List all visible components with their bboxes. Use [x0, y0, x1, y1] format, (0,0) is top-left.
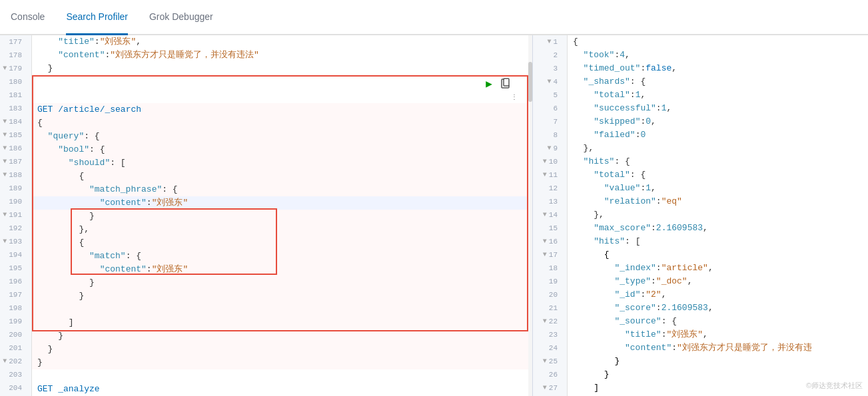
ln-196: 196 — [0, 275, 26, 288]
result-line-23: "title" : "刘强东", — [568, 328, 868, 341]
action-icons: ▶ ⋮ — [486, 77, 512, 93]
result-line-19: "_type" : "_doc", — [568, 275, 868, 288]
rln-14: ▼14 — [533, 208, 562, 222]
code-line-180 — [32, 75, 532, 89]
result-line-14: }, — [568, 208, 868, 222]
result-line-7: "skipped" : 0, — [568, 115, 868, 128]
ln-180: 180 — [0, 75, 26, 89]
ln-191: ▼191 — [0, 208, 26, 222]
code-line-194: "match": { — [32, 250, 532, 263]
code-line-203 — [32, 369, 532, 383]
code-line-185: "query": { — [32, 130, 532, 143]
result-line-1: { — [568, 35, 868, 49]
main-content: 177 178 ▼179 180 181 183 ▼184 ▼185 ▼186 … — [0, 35, 868, 396]
code-line-181 — [32, 89, 532, 102]
ln-181: 181 — [0, 89, 26, 102]
code-line-193: { — [32, 236, 532, 250]
rln-17: ▼17 — [533, 248, 562, 262]
rln-13: 13 — [533, 195, 562, 208]
code-line-179: } — [32, 62, 532, 75]
line-numbers: 177 178 ▼179 180 181 183 ▼184 ▼185 ▼186 … — [0, 35, 32, 396]
copy-as-curl-button[interactable] — [500, 77, 512, 93]
result-line-21: "_score" : 2.1609583, — [568, 301, 868, 315]
result-line-8: "failed" : 0 — [568, 128, 868, 142]
ln-201: 201 — [0, 341, 26, 355]
watermark: ©师达竞技术社区 — [806, 381, 863, 391]
scrollbar-track[interactable] — [528, 35, 532, 396]
rln-16: ▼16 — [533, 235, 562, 248]
result-line-10: "hits" : { — [568, 155, 868, 168]
ln-193: ▼193 — [0, 235, 26, 248]
code-line-200: } — [32, 329, 532, 343]
code-line-204: GET _analyze — [32, 383, 532, 396]
code-line-187: "should": [ — [32, 156, 532, 170]
rln-4: ▼4 — [533, 75, 562, 89]
result-line-6: "successful" : 1, — [568, 102, 868, 115]
code-line-197: } — [32, 290, 532, 303]
rln-12: 12 — [533, 182, 562, 195]
editor-panel: 177 178 ▼179 180 181 183 ▼184 ▼185 ▼186 … — [0, 35, 533, 396]
rln-3: 3 — [533, 62, 562, 75]
ln-192: 192 — [0, 222, 26, 235]
run-button[interactable]: ▶ — [486, 77, 492, 93]
rln-27: ▼27 — [533, 381, 562, 395]
scrollbar-thumb[interactable] — [528, 62, 532, 102]
ln-199: 199 — [0, 315, 26, 328]
rln-5: 5 — [533, 89, 562, 102]
result-line-9: }, — [568, 142, 868, 155]
ln-178: 178 — [0, 49, 26, 62]
rln-1: ▼1 — [533, 35, 562, 49]
ln-185: ▼185 — [0, 128, 26, 142]
ln-194: 194 — [0, 248, 26, 262]
rln-21: 21 — [533, 301, 562, 315]
code-line-186: "bool": { — [32, 143, 532, 156]
ln-195: 195 — [0, 262, 26, 275]
tab-grok-debugger[interactable]: Grok Debugger — [149, 0, 213, 35]
code-line-191: } — [32, 210, 532, 223]
more-options: ⋮ — [511, 93, 518, 101]
result-line-2: "took" : 4, — [568, 49, 868, 62]
code-line-189: "match_phrase": { — [32, 183, 532, 196]
ln-183: 183 — [0, 102, 26, 115]
code-line-196: } — [32, 276, 532, 290]
result-line-12: "value" : 1, — [568, 182, 868, 195]
code-line-199: ] — [32, 316, 532, 329]
result-line-15: "max_score" : 2.1609583, — [568, 222, 868, 235]
rln-23: 23 — [533, 328, 562, 341]
ln-203: 203 — [0, 368, 26, 381]
result-line-4: "_shards" : { — [568, 75, 868, 89]
tab-search-profiler[interactable]: Search Profiler — [66, 0, 128, 35]
code-line-201: } — [32, 343, 532, 356]
code-line-183: GET /article/_search — [32, 103, 532, 116]
ln-179: ▼179 — [0, 62, 26, 75]
ln-190: 190 — [0, 195, 26, 208]
result-line-25: } — [568, 355, 868, 368]
rln-15: 15 — [533, 222, 562, 235]
ln-200: 200 — [0, 328, 26, 341]
tab-console[interactable]: Console — [11, 0, 45, 35]
result-line-13: "relation" : "eq" — [568, 195, 868, 208]
code-line-195: "content": "刘强东" — [32, 263, 532, 276]
ln-188: ▼188 — [0, 168, 26, 182]
result-line-17: { — [568, 248, 868, 262]
rln-6: 6 — [533, 102, 562, 115]
rln-8: 8 — [533, 128, 562, 142]
code-line-184: { — [32, 116, 532, 130]
code-line-192: }, — [32, 223, 532, 236]
result-line-5: "total" : 1, — [568, 89, 868, 102]
ln-184: ▼184 — [0, 115, 26, 128]
rln-20: 20 — [533, 288, 562, 301]
code-line-188: { — [32, 170, 532, 183]
rln-11: ▼11 — [533, 168, 562, 182]
ln-198: 198 — [0, 301, 26, 315]
rln-24: 24 — [533, 341, 562, 355]
result-line-18: "_index" : "article", — [568, 262, 868, 275]
code-line-190: "content": "刘强东" — [32, 196, 532, 210]
result-line-numbers: ▼1 2 3 ▼4 5 6 7 8 ▼9 ▼10 ▼11 12 13 ▼14 1… — [533, 35, 568, 396]
rln-22: ▼22 — [533, 315, 562, 328]
rln-10: ▼10 — [533, 155, 562, 168]
rln-2: 2 — [533, 49, 562, 62]
ln-204: 204 — [0, 381, 26, 395]
rln-26: 26 — [533, 368, 562, 381]
code-line-177: "title":"刘强东", — [32, 35, 532, 49]
